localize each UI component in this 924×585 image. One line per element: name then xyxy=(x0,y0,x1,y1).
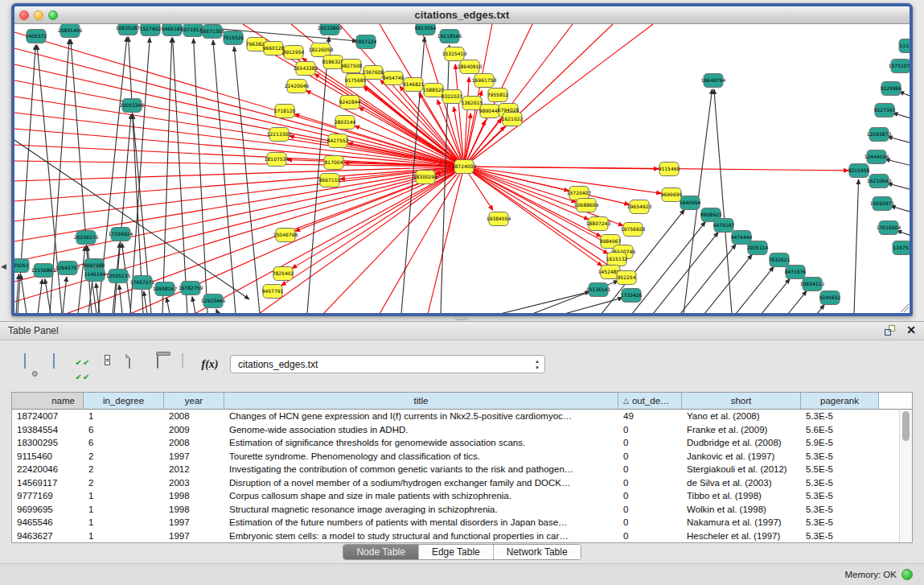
cell[interactable]: 1 xyxy=(84,410,164,423)
graph-node[interactable]: 15046798 xyxy=(273,229,298,242)
cell[interactable]: 9463627 xyxy=(12,529,84,543)
network-graph[interactable]: 2405572208914061065528715276026466160107… xyxy=(14,24,910,313)
cell[interactable]: 2009 xyxy=(164,423,224,437)
graph-node[interactable]: 9242844 xyxy=(339,96,361,109)
graph-node[interactable]: 8427552 xyxy=(327,134,349,148)
graph-node[interactable]: 6466160 xyxy=(162,24,183,36)
graph-node[interactable]: 7955812 xyxy=(487,89,509,102)
graph-node[interactable]: 12923446 xyxy=(201,295,226,308)
graph-node[interactable]: 19756928 xyxy=(621,223,646,237)
cell[interactable]: Structural magnetic resonance image aver… xyxy=(224,503,618,517)
cell[interactable]: 1 xyxy=(84,503,164,517)
graph-node[interactable]: 8471676 xyxy=(785,266,807,279)
cell[interactable]: 49 xyxy=(618,410,682,423)
cell[interactable]: 0 xyxy=(618,423,682,437)
cell[interactable]: Tourette syndrome. Phenomenology and cla… xyxy=(224,450,618,463)
cell[interactable]: Dudbridge et al. (2008) xyxy=(682,436,801,450)
graph-node[interactable]: 10654112 xyxy=(800,278,825,291)
graph-node[interactable]: 7632621 xyxy=(769,253,791,267)
cell[interactable]: 1998 xyxy=(164,503,224,517)
graph-node[interactable]: 111295 xyxy=(899,39,910,53)
graph-node[interactable]: 15136141 xyxy=(586,283,611,297)
graph-node[interactable]: 8215958 xyxy=(848,164,870,178)
cell[interactable]: Stergiakouli et al. (2012) xyxy=(682,463,801,476)
graph-node[interactable]: 19654923 xyxy=(627,200,652,214)
cell[interactable]: 5.3E-5 xyxy=(801,476,879,490)
cell[interactable]: 9777169 xyxy=(12,489,84,503)
graph-node[interactable]: 9227343 xyxy=(874,104,896,117)
cell[interactable]: 0 xyxy=(618,489,682,503)
graph-node[interactable]: 9245652 xyxy=(819,291,841,305)
vertical-scrollbar[interactable] xyxy=(899,410,912,542)
graph-node[interactable]: 9129966 xyxy=(881,82,902,96)
graph-node[interactable]: 15751074 xyxy=(889,60,910,73)
cell[interactable]: 2 xyxy=(84,476,164,490)
cell[interactable]: 5.3E-5 xyxy=(801,503,879,517)
table-row[interactable]: 946362711997Embryonic stem cells: a mode… xyxy=(12,529,899,543)
graph-node[interactable]: 20206576 xyxy=(74,231,99,245)
cell[interactable]: 0 xyxy=(618,463,682,476)
graph-node[interactable]: 16782759 xyxy=(179,282,203,295)
tab-node-table[interactable]: Node Table xyxy=(343,545,419,559)
cell[interactable]: 5.3E-5 xyxy=(801,489,879,503)
function-builder-icon[interactable]: f(x) xyxy=(199,354,220,375)
graph-node[interactable]: 817004 xyxy=(324,156,343,170)
delete-column-icon[interactable] xyxy=(147,354,168,375)
select-columns-icon[interactable]: ✔✔✔✔ xyxy=(72,354,93,375)
graph-node[interactable]: 952254 xyxy=(617,271,636,285)
graph-node[interactable]: 10655287 xyxy=(116,24,141,35)
cell[interactable]: 2003 xyxy=(164,476,224,490)
graph-node[interactable]: 11156863 xyxy=(31,264,56,278)
cell[interactable]: 19384554 xyxy=(12,423,84,437)
cell[interactable]: Disruption of a novel member of a sodium… xyxy=(224,476,618,490)
close-icon[interactable]: ✕ xyxy=(906,323,916,336)
graph-node[interactable]: 2803144 xyxy=(335,116,356,130)
cell[interactable]: 6 xyxy=(84,423,164,437)
cell[interactable]: 0 xyxy=(618,450,682,463)
graph-node[interactable]: 1615132 xyxy=(606,253,628,266)
table-row[interactable]: 1872400712008Changes of HCN gene express… xyxy=(12,410,899,423)
cell[interactable]: 5.9E-5 xyxy=(801,436,879,450)
graph-node[interactable]: 2405572 xyxy=(26,30,47,43)
cell[interactable]: 2008 xyxy=(164,410,224,423)
graph-node[interactable]: 16648794 xyxy=(701,74,726,88)
graph-node[interactable]: 16961758 xyxy=(472,74,497,88)
scrollbar-thumb[interactable] xyxy=(902,411,910,441)
column-header-short[interactable]: short xyxy=(682,393,801,409)
cell[interactable]: 5.3E-5 xyxy=(801,516,879,529)
column-header-out_de[interactable]: △out_de… xyxy=(618,393,682,409)
graph-node[interactable]: 17957272 xyxy=(130,276,155,290)
graph-node[interactable]: 9827508 xyxy=(341,60,363,73)
cell[interactable]: Wolkin et al. (1998) xyxy=(682,503,801,517)
graph-node[interactable]: 20891406 xyxy=(58,24,83,38)
cell[interactable]: 1998 xyxy=(164,489,224,503)
cell[interactable]: 0 xyxy=(618,503,682,517)
graph-node[interactable]: 9175685 xyxy=(345,74,367,88)
cell[interactable]: 0 xyxy=(618,476,682,490)
graph-node[interactable]: 15692971 xyxy=(870,197,895,211)
graph-node[interactable]: 8813054 xyxy=(415,24,437,35)
graph-node[interactable]: 22420046 xyxy=(285,80,310,93)
cell[interactable]: 2008 xyxy=(164,436,224,450)
cell[interactable]: 1997 xyxy=(164,450,224,463)
graph-node[interactable]: 8454749 xyxy=(383,72,405,85)
cell[interactable]: Tibbo et al. (1998) xyxy=(682,489,801,503)
graph-node[interactable]: 10958167 xyxy=(153,282,178,296)
graph-node[interactable]: 13505135 xyxy=(106,270,131,283)
cell[interactable]: 2 xyxy=(84,450,164,463)
cell[interactable]: Hescheler et al. (1997) xyxy=(682,529,801,543)
cell[interactable]: Corpus callosum shape and size in male p… xyxy=(224,489,618,503)
column-header-year[interactable]: year xyxy=(164,393,224,409)
graph-node[interactable]: 12213300 xyxy=(267,128,292,142)
network-view-window[interactable]: citations_edges.txt 24055722089140610655… xyxy=(11,3,913,316)
graph-node[interactable]: 16543382 xyxy=(294,62,318,76)
cell[interactable]: 1997 xyxy=(164,516,224,529)
cell[interactable]: 6 xyxy=(84,436,164,450)
graph-node[interactable]: 6479197 xyxy=(713,219,735,233)
cell[interactable]: 18724007 xyxy=(12,410,84,423)
column-header-in_degree[interactable]: in_degree xyxy=(84,393,164,409)
graph-node[interactable]: 10688609 xyxy=(574,199,599,212)
cell[interactable]: Estimation of significance thresholds fo… xyxy=(224,436,618,450)
graph-node[interactable]: 18807243 xyxy=(586,217,611,231)
graph-node[interactable]: 1733426 xyxy=(621,289,643,303)
